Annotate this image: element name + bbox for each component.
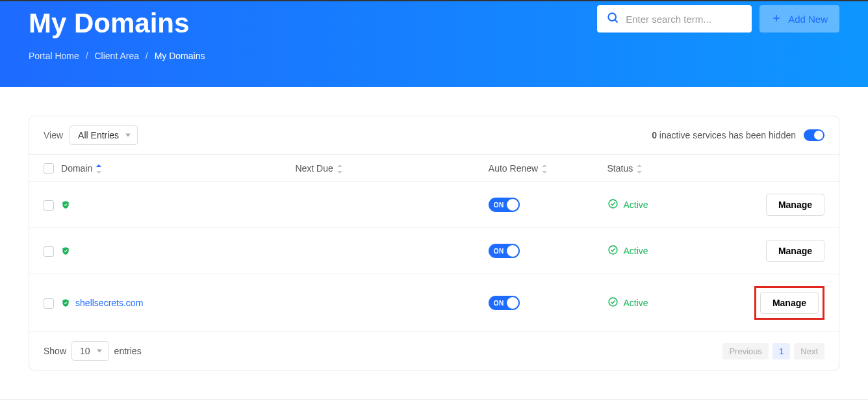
column-status[interactable]: Status xyxy=(607,155,754,182)
column-domain[interactable]: Domain xyxy=(61,155,295,182)
domains-table: Domain Next Due Auto Renew Status ONActi… xyxy=(29,154,839,332)
table-row: ONActiveManage xyxy=(29,228,839,274)
view-label: View xyxy=(44,130,63,140)
chevron-down-icon xyxy=(125,134,131,137)
breadcrumb-current: My Domains xyxy=(155,51,205,61)
page-header: My Domains Portal Home / Client Area / M… xyxy=(0,1,868,87)
next-button[interactable]: Next xyxy=(794,343,824,359)
plus-icon xyxy=(771,13,782,25)
breadcrumb-client-area[interactable]: Client Area xyxy=(94,51,138,61)
page-1-button[interactable]: 1 xyxy=(772,343,790,359)
hide-inactive-toggle[interactable] xyxy=(804,129,824,141)
svg-line-1 xyxy=(615,20,618,23)
hidden-info: 0 inactive services has been hidden xyxy=(652,130,796,140)
add-new-button[interactable]: Add New xyxy=(760,5,839,32)
column-auto-renew[interactable]: Auto Renew xyxy=(489,155,607,182)
domain-link[interactable]: shellsecrets.com xyxy=(75,298,143,308)
shield-icon xyxy=(61,246,70,256)
breadcrumb-portal-home[interactable]: Portal Home xyxy=(29,51,79,61)
manage-button[interactable]: Manage xyxy=(766,240,824,262)
auto-renew-toggle[interactable]: ON xyxy=(489,244,520,258)
status-badge: Active xyxy=(624,298,648,308)
manage-button[interactable]: Manage xyxy=(766,194,824,216)
auto-renew-toggle[interactable]: ON xyxy=(489,296,520,310)
svg-point-5 xyxy=(609,246,617,254)
table-row: ONActiveManage xyxy=(29,182,839,228)
search-box[interactable] xyxy=(597,5,752,32)
shield-icon xyxy=(61,298,70,308)
breadcrumb: Portal Home / Client Area / My Domains xyxy=(29,51,839,61)
svg-point-6 xyxy=(609,298,617,306)
previous-button[interactable]: Previous xyxy=(722,343,769,359)
pagination: Previous 1 Next xyxy=(722,343,824,359)
svg-point-4 xyxy=(609,200,617,208)
row-checkbox[interactable] xyxy=(44,246,54,257)
column-next-due[interactable]: Next Due xyxy=(295,155,488,182)
svg-point-0 xyxy=(608,13,616,21)
show-label: Show xyxy=(44,346,66,356)
row-checkbox[interactable] xyxy=(44,200,54,211)
domains-panel: View All Entries 0 inactive services has… xyxy=(29,116,839,370)
status-badge: Active xyxy=(624,200,648,210)
table-row: shellsecrets.comONActiveManage xyxy=(29,274,839,332)
highlight-box: Manage xyxy=(754,286,824,320)
search-input[interactable] xyxy=(626,14,749,25)
footer: Copyright © 2023 English xyxy=(0,400,868,403)
auto-renew-toggle[interactable]: ON xyxy=(489,198,520,212)
shield-icon xyxy=(61,200,70,210)
view-select[interactable]: All Entries xyxy=(70,125,138,145)
select-all-checkbox[interactable] xyxy=(44,163,54,174)
status-badge: Active xyxy=(624,246,648,256)
entries-label: entries xyxy=(114,346,142,356)
page-size-select[interactable]: 10 xyxy=(71,341,109,361)
check-circle-icon xyxy=(607,198,619,211)
check-circle-icon xyxy=(607,244,619,257)
search-icon xyxy=(606,11,619,27)
check-circle-icon xyxy=(607,296,619,309)
chevron-down-icon xyxy=(97,350,102,353)
row-checkbox[interactable] xyxy=(44,298,54,309)
manage-button[interactable]: Manage xyxy=(760,292,819,314)
